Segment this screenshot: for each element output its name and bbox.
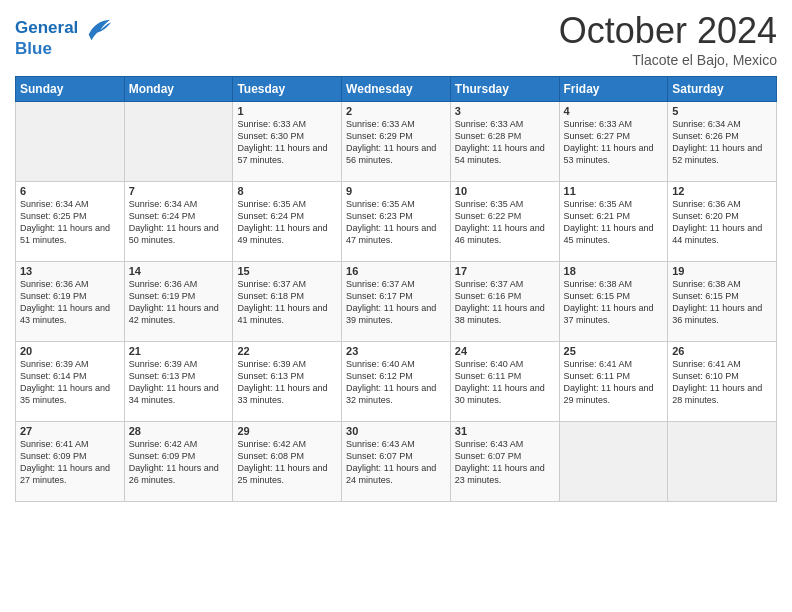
logo: General Blue — [15, 15, 112, 59]
title-block: October 2024 Tlacote el Bajo, Mexico — [559, 10, 777, 68]
day-number: 31 — [455, 425, 555, 437]
day-info: Sunrise: 6:36 AMSunset: 6:20 PMDaylight:… — [672, 198, 772, 247]
calendar-cell: 14Sunrise: 6:36 AMSunset: 6:19 PMDayligh… — [124, 262, 233, 342]
calendar-cell: 9Sunrise: 6:35 AMSunset: 6:23 PMDaylight… — [342, 182, 451, 262]
day-info: Sunrise: 6:39 AMSunset: 6:14 PMDaylight:… — [20, 358, 120, 407]
calendar-cell: 3Sunrise: 6:33 AMSunset: 6:28 PMDaylight… — [450, 102, 559, 182]
day-number: 4 — [564, 105, 664, 117]
day-number: 5 — [672, 105, 772, 117]
day-info: Sunrise: 6:33 AMSunset: 6:28 PMDaylight:… — [455, 118, 555, 167]
calendar-cell — [559, 422, 668, 502]
calendar-cell — [16, 102, 125, 182]
day-number: 3 — [455, 105, 555, 117]
calendar-week-row: 20Sunrise: 6:39 AMSunset: 6:14 PMDayligh… — [16, 342, 777, 422]
calendar-cell: 24Sunrise: 6:40 AMSunset: 6:11 PMDayligh… — [450, 342, 559, 422]
day-info: Sunrise: 6:33 AMSunset: 6:30 PMDaylight:… — [237, 118, 337, 167]
page-header: General Blue October 2024 Tlacote el Baj… — [15, 10, 777, 68]
day-number: 30 — [346, 425, 446, 437]
calendar-cell: 30Sunrise: 6:43 AMSunset: 6:07 PMDayligh… — [342, 422, 451, 502]
location: Tlacote el Bajo, Mexico — [559, 52, 777, 68]
day-info: Sunrise: 6:33 AMSunset: 6:29 PMDaylight:… — [346, 118, 446, 167]
calendar-cell: 8Sunrise: 6:35 AMSunset: 6:24 PMDaylight… — [233, 182, 342, 262]
weekday-header-thursday: Thursday — [450, 77, 559, 102]
day-info: Sunrise: 6:40 AMSunset: 6:12 PMDaylight:… — [346, 358, 446, 407]
day-number: 24 — [455, 345, 555, 357]
day-number: 20 — [20, 345, 120, 357]
day-info: Sunrise: 6:38 AMSunset: 6:15 PMDaylight:… — [564, 278, 664, 327]
day-number: 2 — [346, 105, 446, 117]
day-number: 13 — [20, 265, 120, 277]
day-number: 29 — [237, 425, 337, 437]
calendar-cell: 5Sunrise: 6:34 AMSunset: 6:26 PMDaylight… — [668, 102, 777, 182]
day-info: Sunrise: 6:36 AMSunset: 6:19 PMDaylight:… — [129, 278, 229, 327]
calendar-cell: 4Sunrise: 6:33 AMSunset: 6:27 PMDaylight… — [559, 102, 668, 182]
calendar-week-row: 1Sunrise: 6:33 AMSunset: 6:30 PMDaylight… — [16, 102, 777, 182]
day-number: 15 — [237, 265, 337, 277]
day-number: 25 — [564, 345, 664, 357]
day-info: Sunrise: 6:43 AMSunset: 6:07 PMDaylight:… — [455, 438, 555, 487]
weekday-header-wednesday: Wednesday — [342, 77, 451, 102]
day-info: Sunrise: 6:41 AMSunset: 6:09 PMDaylight:… — [20, 438, 120, 487]
calendar-week-row: 6Sunrise: 6:34 AMSunset: 6:25 PMDaylight… — [16, 182, 777, 262]
calendar-cell: 29Sunrise: 6:42 AMSunset: 6:08 PMDayligh… — [233, 422, 342, 502]
calendar-cell: 2Sunrise: 6:33 AMSunset: 6:29 PMDaylight… — [342, 102, 451, 182]
day-info: Sunrise: 6:35 AMSunset: 6:21 PMDaylight:… — [564, 198, 664, 247]
day-number: 8 — [237, 185, 337, 197]
calendar-cell: 13Sunrise: 6:36 AMSunset: 6:19 PMDayligh… — [16, 262, 125, 342]
day-info: Sunrise: 6:41 AMSunset: 6:11 PMDaylight:… — [564, 358, 664, 407]
calendar-table: SundayMondayTuesdayWednesdayThursdayFrid… — [15, 76, 777, 502]
weekday-header-friday: Friday — [559, 77, 668, 102]
day-info: Sunrise: 6:37 AMSunset: 6:18 PMDaylight:… — [237, 278, 337, 327]
day-info: Sunrise: 6:38 AMSunset: 6:15 PMDaylight:… — [672, 278, 772, 327]
day-number: 6 — [20, 185, 120, 197]
day-number: 16 — [346, 265, 446, 277]
day-number: 21 — [129, 345, 229, 357]
calendar-body: 1Sunrise: 6:33 AMSunset: 6:30 PMDaylight… — [16, 102, 777, 502]
weekday-header-saturday: Saturday — [668, 77, 777, 102]
day-number: 10 — [455, 185, 555, 197]
calendar-cell: 12Sunrise: 6:36 AMSunset: 6:20 PMDayligh… — [668, 182, 777, 262]
day-number: 28 — [129, 425, 229, 437]
calendar-cell: 31Sunrise: 6:43 AMSunset: 6:07 PMDayligh… — [450, 422, 559, 502]
calendar-cell: 1Sunrise: 6:33 AMSunset: 6:30 PMDaylight… — [233, 102, 342, 182]
calendar-cell: 16Sunrise: 6:37 AMSunset: 6:17 PMDayligh… — [342, 262, 451, 342]
day-number: 27 — [20, 425, 120, 437]
day-number: 9 — [346, 185, 446, 197]
day-info: Sunrise: 6:42 AMSunset: 6:09 PMDaylight:… — [129, 438, 229, 487]
calendar-cell: 10Sunrise: 6:35 AMSunset: 6:22 PMDayligh… — [450, 182, 559, 262]
calendar-cell: 23Sunrise: 6:40 AMSunset: 6:12 PMDayligh… — [342, 342, 451, 422]
calendar-cell: 17Sunrise: 6:37 AMSunset: 6:16 PMDayligh… — [450, 262, 559, 342]
day-info: Sunrise: 6:34 AMSunset: 6:24 PMDaylight:… — [129, 198, 229, 247]
calendar-cell: 25Sunrise: 6:41 AMSunset: 6:11 PMDayligh… — [559, 342, 668, 422]
day-info: Sunrise: 6:39 AMSunset: 6:13 PMDaylight:… — [129, 358, 229, 407]
day-info: Sunrise: 6:37 AMSunset: 6:17 PMDaylight:… — [346, 278, 446, 327]
day-info: Sunrise: 6:37 AMSunset: 6:16 PMDaylight:… — [455, 278, 555, 327]
calendar-cell — [124, 102, 233, 182]
calendar-cell: 28Sunrise: 6:42 AMSunset: 6:09 PMDayligh… — [124, 422, 233, 502]
day-number: 26 — [672, 345, 772, 357]
day-info: Sunrise: 6:33 AMSunset: 6:27 PMDaylight:… — [564, 118, 664, 167]
day-info: Sunrise: 6:40 AMSunset: 6:11 PMDaylight:… — [455, 358, 555, 407]
day-number: 17 — [455, 265, 555, 277]
calendar-cell: 18Sunrise: 6:38 AMSunset: 6:15 PMDayligh… — [559, 262, 668, 342]
day-info: Sunrise: 6:41 AMSunset: 6:10 PMDaylight:… — [672, 358, 772, 407]
day-info: Sunrise: 6:35 AMSunset: 6:23 PMDaylight:… — [346, 198, 446, 247]
day-number: 11 — [564, 185, 664, 197]
weekday-header-sunday: Sunday — [16, 77, 125, 102]
day-info: Sunrise: 6:35 AMSunset: 6:22 PMDaylight:… — [455, 198, 555, 247]
calendar-cell: 7Sunrise: 6:34 AMSunset: 6:24 PMDaylight… — [124, 182, 233, 262]
weekday-header-tuesday: Tuesday — [233, 77, 342, 102]
day-info: Sunrise: 6:34 AMSunset: 6:26 PMDaylight:… — [672, 118, 772, 167]
day-info: Sunrise: 6:34 AMSunset: 6:25 PMDaylight:… — [20, 198, 120, 247]
weekday-header-monday: Monday — [124, 77, 233, 102]
calendar-cell: 26Sunrise: 6:41 AMSunset: 6:10 PMDayligh… — [668, 342, 777, 422]
calendar-cell: 6Sunrise: 6:34 AMSunset: 6:25 PMDaylight… — [16, 182, 125, 262]
day-info: Sunrise: 6:39 AMSunset: 6:13 PMDaylight:… — [237, 358, 337, 407]
day-info: Sunrise: 6:42 AMSunset: 6:08 PMDaylight:… — [237, 438, 337, 487]
weekday-header-row: SundayMondayTuesdayWednesdayThursdayFrid… — [16, 77, 777, 102]
calendar-cell: 21Sunrise: 6:39 AMSunset: 6:13 PMDayligh… — [124, 342, 233, 422]
day-number: 1 — [237, 105, 337, 117]
calendar-cell: 27Sunrise: 6:41 AMSunset: 6:09 PMDayligh… — [16, 422, 125, 502]
calendar-week-row: 27Sunrise: 6:41 AMSunset: 6:09 PMDayligh… — [16, 422, 777, 502]
month-title: October 2024 — [559, 10, 777, 52]
